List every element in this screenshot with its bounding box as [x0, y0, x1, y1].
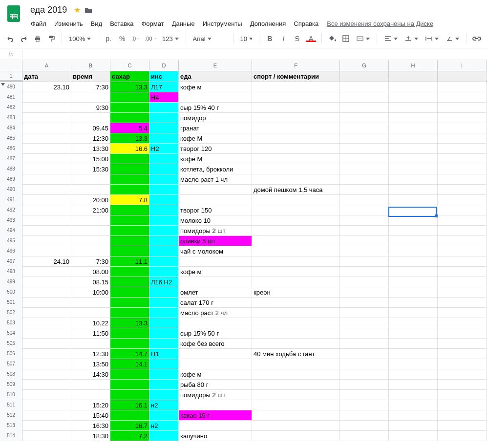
cell[interactable] [252, 390, 340, 400]
cell[interactable] [149, 195, 179, 205]
cell[interactable] [252, 123, 340, 133]
cell[interactable] [252, 133, 340, 144]
cell[interactable] [179, 349, 252, 359]
link-button[interactable] [470, 32, 483, 45]
cell[interactable] [389, 205, 438, 215]
cell[interactable]: н2 [149, 421, 179, 431]
cell[interactable]: 13:50 [71, 359, 110, 369]
row-header[interactable]: 496 [0, 246, 22, 256]
cell[interactable] [252, 144, 340, 154]
cell[interactable] [149, 431, 179, 441]
cell[interactable] [438, 226, 487, 236]
select-all-corner[interactable] [0, 60, 22, 71]
cell[interactable] [389, 421, 438, 431]
cell[interactable] [340, 174, 389, 185]
cell[interactable] [340, 421, 389, 431]
row-header[interactable]: 495 [0, 236, 22, 246]
cell[interactable] [179, 277, 252, 287]
cell[interactable] [438, 164, 487, 174]
cell[interactable]: масло раст 1 чл [179, 174, 252, 185]
cell[interactable] [149, 256, 179, 267]
cell[interactable] [149, 298, 179, 308]
cell[interactable]: кофе м [179, 82, 252, 92]
cell[interactable] [252, 103, 340, 113]
cell[interactable]: рыба 80 г [179, 380, 252, 390]
number-format-select[interactable]: 123 [159, 32, 182, 45]
cell[interactable] [179, 195, 252, 205]
column-header-A[interactable]: A [22, 60, 71, 71]
cell[interactable] [252, 339, 340, 349]
cell[interactable] [71, 236, 110, 246]
cell[interactable] [22, 246, 71, 256]
cell[interactable] [252, 298, 340, 308]
cell[interactable] [389, 277, 438, 287]
cell[interactable] [179, 256, 252, 267]
cell[interactable] [438, 421, 487, 431]
cell[interactable] [438, 380, 487, 390]
cell[interactable] [71, 226, 110, 236]
cell[interactable] [22, 215, 71, 226]
cell[interactable] [71, 185, 110, 195]
cell[interactable] [22, 318, 71, 328]
menu-view[interactable]: Вид [87, 18, 106, 29]
menu-help[interactable]: Справка [290, 18, 322, 29]
cell[interactable]: кофе М [179, 154, 252, 164]
cell[interactable] [22, 113, 71, 123]
cell[interactable] [252, 410, 340, 421]
cell[interactable]: творог 150 [179, 205, 252, 215]
cell[interactable]: 14.7 [110, 349, 149, 359]
cell[interactable] [438, 154, 487, 164]
doc-title[interactable]: еда 2019 [27, 4, 70, 16]
dec-increase-button[interactable]: .00→ [143, 32, 158, 45]
row-header[interactable]: 507 [0, 359, 22, 369]
cell[interactable] [438, 339, 487, 349]
cell[interactable] [389, 400, 438, 410]
cell[interactable] [438, 236, 487, 246]
cell[interactable]: кофе м [179, 267, 252, 277]
cell[interactable]: молоко 10 [179, 215, 252, 226]
cell[interactable] [149, 287, 179, 298]
cell[interactable] [252, 92, 340, 103]
cell[interactable] [389, 154, 438, 164]
cell[interactable]: омлет [179, 287, 252, 298]
cell[interactable] [340, 339, 389, 349]
cell[interactable] [340, 103, 389, 113]
cell[interactable] [340, 380, 389, 390]
cell[interactable] [179, 92, 252, 103]
cell[interactable] [149, 174, 179, 185]
cell[interactable] [22, 154, 71, 164]
dec-decrease-button[interactable]: .0← [129, 32, 142, 45]
cell[interactable]: 15:00 [71, 154, 110, 164]
cell[interactable] [179, 318, 252, 328]
cell[interactable] [438, 308, 487, 318]
cell[interactable] [71, 390, 110, 400]
cell[interactable]: 40 мин ходьба с гант [252, 349, 340, 359]
cell[interactable] [110, 174, 149, 185]
cell[interactable] [438, 267, 487, 277]
cell[interactable] [252, 308, 340, 318]
cell[interactable] [340, 154, 389, 164]
cell[interactable] [252, 318, 340, 328]
cell[interactable] [252, 174, 340, 185]
italic-button[interactable]: I [277, 32, 290, 45]
cell[interactable] [22, 144, 71, 154]
cell[interactable] [438, 256, 487, 267]
cell[interactable] [340, 308, 389, 318]
cell[interactable] [389, 82, 438, 92]
cell[interactable]: 12:30 [71, 133, 110, 144]
cell[interactable] [71, 339, 110, 349]
row-header[interactable]: 514 [0, 431, 22, 441]
header-cell-A[interactable]: дата [22, 71, 71, 82]
cell[interactable] [252, 215, 340, 226]
row-header[interactable]: 512 [0, 410, 22, 421]
row-header[interactable]: 509 [0, 380, 22, 390]
cell[interactable]: 16.7 [110, 421, 149, 431]
column-header-I[interactable]: I [438, 60, 487, 71]
cell[interactable] [149, 328, 179, 339]
cell[interactable] [22, 410, 71, 421]
cell[interactable] [149, 236, 179, 246]
cell[interactable] [149, 380, 179, 390]
redo-button[interactable] [18, 32, 30, 45]
row-header[interactable]: 485 [0, 133, 22, 144]
cell[interactable]: 13.3 [110, 133, 149, 144]
